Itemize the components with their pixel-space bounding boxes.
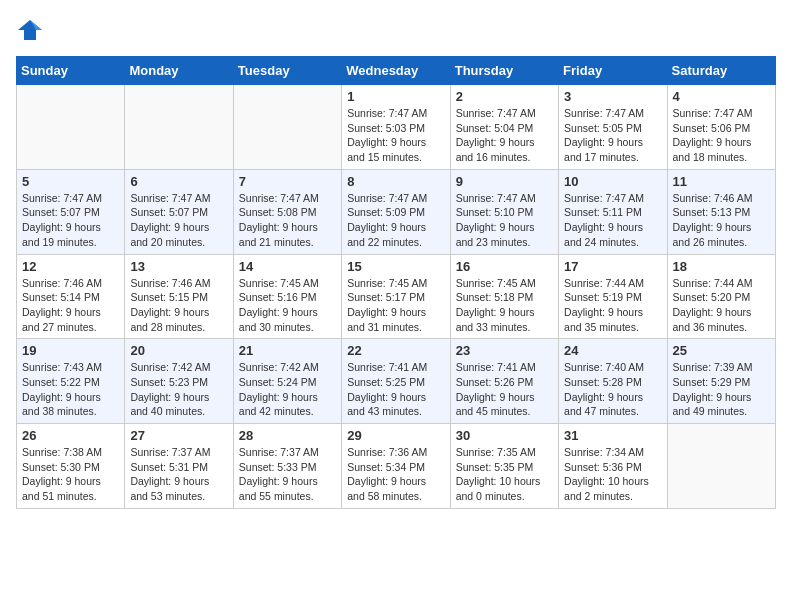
day-number: 10 <box>564 174 661 189</box>
day-number: 16 <box>456 259 553 274</box>
calendar-week-row: 1Sunrise: 7:47 AM Sunset: 5:03 PM Daylig… <box>17 85 776 170</box>
day-number: 2 <box>456 89 553 104</box>
day-number: 31 <box>564 428 661 443</box>
day-info: Sunrise: 7:44 AM Sunset: 5:19 PM Dayligh… <box>564 276 661 335</box>
day-info: Sunrise: 7:45 AM Sunset: 5:18 PM Dayligh… <box>456 276 553 335</box>
calendar-day-cell <box>667 424 775 509</box>
day-number: 30 <box>456 428 553 443</box>
day-of-week-header: Friday <box>559 57 667 85</box>
day-number: 25 <box>673 343 770 358</box>
calendar-day-cell: 8Sunrise: 7:47 AM Sunset: 5:09 PM Daylig… <box>342 169 450 254</box>
day-number: 27 <box>130 428 227 443</box>
day-info: Sunrise: 7:47 AM Sunset: 5:11 PM Dayligh… <box>564 191 661 250</box>
calendar-day-cell: 28Sunrise: 7:37 AM Sunset: 5:33 PM Dayli… <box>233 424 341 509</box>
day-of-week-header: Monday <box>125 57 233 85</box>
calendar-day-cell: 19Sunrise: 7:43 AM Sunset: 5:22 PM Dayli… <box>17 339 125 424</box>
day-info: Sunrise: 7:37 AM Sunset: 5:31 PM Dayligh… <box>130 445 227 504</box>
day-of-week-header: Thursday <box>450 57 558 85</box>
calendar-day-cell: 5Sunrise: 7:47 AM Sunset: 5:07 PM Daylig… <box>17 169 125 254</box>
day-number: 20 <box>130 343 227 358</box>
day-number: 12 <box>22 259 119 274</box>
day-info: Sunrise: 7:39 AM Sunset: 5:29 PM Dayligh… <box>673 360 770 419</box>
calendar-day-cell: 11Sunrise: 7:46 AM Sunset: 5:13 PM Dayli… <box>667 169 775 254</box>
day-number: 19 <box>22 343 119 358</box>
day-number: 5 <box>22 174 119 189</box>
day-number: 28 <box>239 428 336 443</box>
day-number: 15 <box>347 259 444 274</box>
calendar-day-cell: 21Sunrise: 7:42 AM Sunset: 5:24 PM Dayli… <box>233 339 341 424</box>
day-info: Sunrise: 7:47 AM Sunset: 5:06 PM Dayligh… <box>673 106 770 165</box>
day-info: Sunrise: 7:47 AM Sunset: 5:07 PM Dayligh… <box>22 191 119 250</box>
day-info: Sunrise: 7:47 AM Sunset: 5:04 PM Dayligh… <box>456 106 553 165</box>
day-info: Sunrise: 7:47 AM Sunset: 5:09 PM Dayligh… <box>347 191 444 250</box>
calendar-day-cell: 29Sunrise: 7:36 AM Sunset: 5:34 PM Dayli… <box>342 424 450 509</box>
day-number: 6 <box>130 174 227 189</box>
day-info: Sunrise: 7:43 AM Sunset: 5:22 PM Dayligh… <box>22 360 119 419</box>
calendar-day-cell: 4Sunrise: 7:47 AM Sunset: 5:06 PM Daylig… <box>667 85 775 170</box>
calendar-day-cell: 7Sunrise: 7:47 AM Sunset: 5:08 PM Daylig… <box>233 169 341 254</box>
day-info: Sunrise: 7:36 AM Sunset: 5:34 PM Dayligh… <box>347 445 444 504</box>
calendar-week-row: 19Sunrise: 7:43 AM Sunset: 5:22 PM Dayli… <box>17 339 776 424</box>
calendar-day-cell: 3Sunrise: 7:47 AM Sunset: 5:05 PM Daylig… <box>559 85 667 170</box>
calendar-day-cell: 10Sunrise: 7:47 AM Sunset: 5:11 PM Dayli… <box>559 169 667 254</box>
calendar-day-cell <box>125 85 233 170</box>
calendar-day-cell: 17Sunrise: 7:44 AM Sunset: 5:19 PM Dayli… <box>559 254 667 339</box>
day-info: Sunrise: 7:44 AM Sunset: 5:20 PM Dayligh… <box>673 276 770 335</box>
day-of-week-header: Tuesday <box>233 57 341 85</box>
calendar-day-cell: 27Sunrise: 7:37 AM Sunset: 5:31 PM Dayli… <box>125 424 233 509</box>
day-number: 18 <box>673 259 770 274</box>
day-number: 23 <box>456 343 553 358</box>
day-info: Sunrise: 7:47 AM Sunset: 5:08 PM Dayligh… <box>239 191 336 250</box>
day-info: Sunrise: 7:45 AM Sunset: 5:16 PM Dayligh… <box>239 276 336 335</box>
calendar-day-cell: 13Sunrise: 7:46 AM Sunset: 5:15 PM Dayli… <box>125 254 233 339</box>
day-info: Sunrise: 7:42 AM Sunset: 5:23 PM Dayligh… <box>130 360 227 419</box>
day-number: 7 <box>239 174 336 189</box>
page-header <box>16 16 776 44</box>
day-number: 22 <box>347 343 444 358</box>
day-of-week-header: Wednesday <box>342 57 450 85</box>
day-info: Sunrise: 7:35 AM Sunset: 5:35 PM Dayligh… <box>456 445 553 504</box>
day-number: 11 <box>673 174 770 189</box>
calendar-day-cell: 15Sunrise: 7:45 AM Sunset: 5:17 PM Dayli… <box>342 254 450 339</box>
calendar-table: SundayMondayTuesdayWednesdayThursdayFrid… <box>16 56 776 509</box>
calendar-day-cell: 31Sunrise: 7:34 AM Sunset: 5:36 PM Dayli… <box>559 424 667 509</box>
day-info: Sunrise: 7:47 AM Sunset: 5:07 PM Dayligh… <box>130 191 227 250</box>
day-number: 26 <box>22 428 119 443</box>
day-info: Sunrise: 7:41 AM Sunset: 5:26 PM Dayligh… <box>456 360 553 419</box>
day-info: Sunrise: 7:42 AM Sunset: 5:24 PM Dayligh… <box>239 360 336 419</box>
day-number: 21 <box>239 343 336 358</box>
calendar-day-cell: 12Sunrise: 7:46 AM Sunset: 5:14 PM Dayli… <box>17 254 125 339</box>
logo <box>16 16 48 44</box>
calendar-day-cell: 16Sunrise: 7:45 AM Sunset: 5:18 PM Dayli… <box>450 254 558 339</box>
day-info: Sunrise: 7:40 AM Sunset: 5:28 PM Dayligh… <box>564 360 661 419</box>
day-info: Sunrise: 7:37 AM Sunset: 5:33 PM Dayligh… <box>239 445 336 504</box>
day-info: Sunrise: 7:38 AM Sunset: 5:30 PM Dayligh… <box>22 445 119 504</box>
calendar-day-cell: 1Sunrise: 7:47 AM Sunset: 5:03 PM Daylig… <box>342 85 450 170</box>
day-info: Sunrise: 7:34 AM Sunset: 5:36 PM Dayligh… <box>564 445 661 504</box>
calendar-day-cell: 18Sunrise: 7:44 AM Sunset: 5:20 PM Dayli… <box>667 254 775 339</box>
day-number: 17 <box>564 259 661 274</box>
calendar-week-row: 5Sunrise: 7:47 AM Sunset: 5:07 PM Daylig… <box>17 169 776 254</box>
calendar-day-cell: 14Sunrise: 7:45 AM Sunset: 5:16 PM Dayli… <box>233 254 341 339</box>
calendar-day-cell: 25Sunrise: 7:39 AM Sunset: 5:29 PM Dayli… <box>667 339 775 424</box>
day-info: Sunrise: 7:47 AM Sunset: 5:05 PM Dayligh… <box>564 106 661 165</box>
day-number: 8 <box>347 174 444 189</box>
calendar-day-cell: 22Sunrise: 7:41 AM Sunset: 5:25 PM Dayli… <box>342 339 450 424</box>
day-number: 3 <box>564 89 661 104</box>
calendar-day-cell: 2Sunrise: 7:47 AM Sunset: 5:04 PM Daylig… <box>450 85 558 170</box>
day-number: 1 <box>347 89 444 104</box>
day-of-week-header: Saturday <box>667 57 775 85</box>
calendar-day-cell <box>17 85 125 170</box>
day-number: 29 <box>347 428 444 443</box>
calendar-header-row: SundayMondayTuesdayWednesdayThursdayFrid… <box>17 57 776 85</box>
day-number: 4 <box>673 89 770 104</box>
day-number: 13 <box>130 259 227 274</box>
day-info: Sunrise: 7:45 AM Sunset: 5:17 PM Dayligh… <box>347 276 444 335</box>
logo-icon <box>16 16 44 44</box>
calendar-week-row: 12Sunrise: 7:46 AM Sunset: 5:14 PM Dayli… <box>17 254 776 339</box>
day-of-week-header: Sunday <box>17 57 125 85</box>
day-number: 9 <box>456 174 553 189</box>
day-info: Sunrise: 7:47 AM Sunset: 5:03 PM Dayligh… <box>347 106 444 165</box>
day-info: Sunrise: 7:47 AM Sunset: 5:10 PM Dayligh… <box>456 191 553 250</box>
calendar-day-cell: 20Sunrise: 7:42 AM Sunset: 5:23 PM Dayli… <box>125 339 233 424</box>
